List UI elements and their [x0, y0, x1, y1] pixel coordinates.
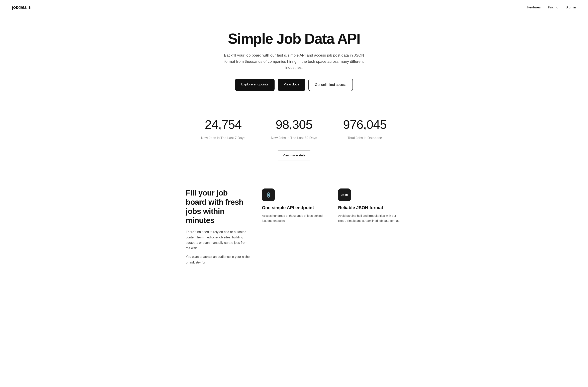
- logo-light: data: [19, 5, 27, 10]
- feature-main-para-2: You want to attract an audience in your …: [186, 254, 250, 265]
- hero-section: Simple Job Data API Backfill your job bo…: [204, 15, 384, 103]
- feature-main: Fill your job board with fresh jobs with…: [186, 189, 250, 268]
- nav-pricing-link[interactable]: Pricing: [548, 5, 558, 9]
- stat-total-number: 976,045: [334, 115, 396, 134]
- view-more-container: View more stats: [192, 150, 396, 160]
- features-grid: Fill your job board with fresh jobs with…: [186, 189, 402, 268]
- feature-card-api-description: Access hundreds of thousands of jobs beh…: [262, 213, 326, 223]
- features-section: Fill your job board with fresh jobs with…: [174, 180, 414, 280]
- feature-card-api-title: One simple API endpoint: [262, 205, 326, 211]
- hero-buttons: Explore endpoints View docs Get unlimite…: [212, 79, 376, 91]
- get-unlimited-access-button[interactable]: Get unlimited access: [308, 79, 353, 91]
- feature-card-json: JSON Reliable JSON format Avoid parsing …: [338, 189, 402, 223]
- nav-links: Features Pricing Sign in: [527, 5, 576, 10]
- nav-features-link[interactable]: Features: [527, 5, 541, 9]
- nav-signin-link[interactable]: Sign in: [566, 5, 576, 9]
- stat-total: 976,045 Total Jobs in Database: [334, 115, 396, 141]
- hero-subtitle: Backfill your job board with our fast & …: [222, 52, 366, 71]
- stat-30-days: 98,305 New Jobs in The Last 30 Days: [263, 115, 325, 141]
- feature-main-title: Fill your job board with fresh jobs with…: [186, 189, 250, 225]
- explore-endpoints-button[interactable]: Explore endpoints: [235, 79, 274, 91]
- logo-bold: job: [12, 5, 19, 10]
- json-icon-box: JSON: [338, 189, 351, 201]
- view-more-stats-button[interactable]: View more stats: [277, 150, 311, 160]
- feature-card-json-title: Reliable JSON format: [338, 205, 402, 211]
- feature-main-para-1: There's no need to rely on bad or outdat…: [186, 229, 250, 251]
- stat-7-days-number: 24,754: [192, 115, 254, 134]
- view-docs-button[interactable]: View docs: [278, 79, 305, 91]
- logo[interactable]: jobdata ✱: [12, 4, 31, 11]
- feature-card-api: 🔗 One simple API endpoint Access hundred…: [262, 189, 326, 223]
- link-icon: 🔗: [265, 191, 272, 199]
- api-icon-box: 🔗: [262, 189, 275, 201]
- json-icon: JSON: [341, 193, 348, 197]
- stat-30-days-number: 98,305: [263, 115, 325, 134]
- stat-7-days-label: New Jobs in The Last 7 Days: [192, 135, 254, 141]
- stats-grid: 24,754 New Jobs in The Last 7 Days 98,30…: [192, 115, 396, 141]
- stats-section: 24,754 New Jobs in The Last 7 Days 98,30…: [184, 103, 404, 181]
- logo-icon: ✱: [28, 5, 31, 10]
- stat-30-days-label: New Jobs in The Last 30 Days: [263, 135, 325, 141]
- stat-7-days: 24,754 New Jobs in The Last 7 Days: [192, 115, 254, 141]
- stat-total-label: Total Jobs in Database: [334, 135, 396, 141]
- hero-title: Simple Job Data API: [212, 31, 376, 47]
- navbar: jobdata ✱ Features Pricing Sign in: [0, 0, 588, 15]
- feature-card-json-description: Avoid parsing hell and irregularities wi…: [338, 213, 402, 223]
